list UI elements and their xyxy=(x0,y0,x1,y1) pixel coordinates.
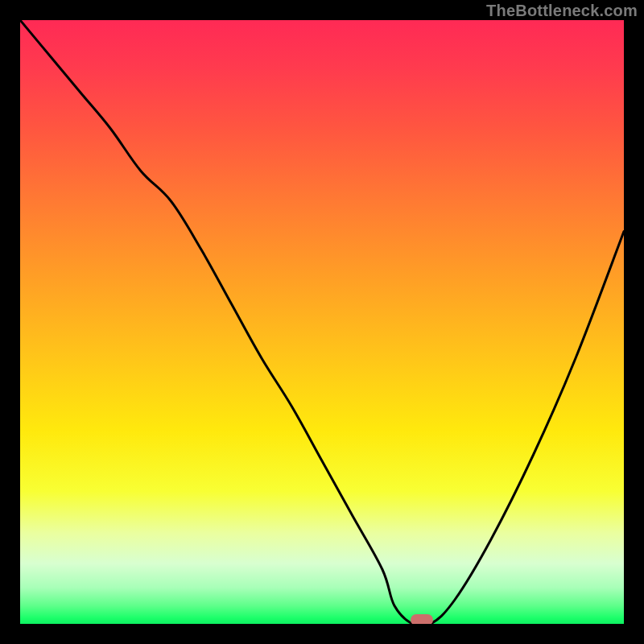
watermark-text: TheBottleneck.com xyxy=(486,2,638,20)
optimum-marker xyxy=(411,614,433,624)
bottleneck-curve xyxy=(20,20,624,624)
curve-layer xyxy=(20,20,624,624)
plot-area xyxy=(20,20,624,624)
chart-stage: TheBottleneck.com xyxy=(0,0,644,644)
